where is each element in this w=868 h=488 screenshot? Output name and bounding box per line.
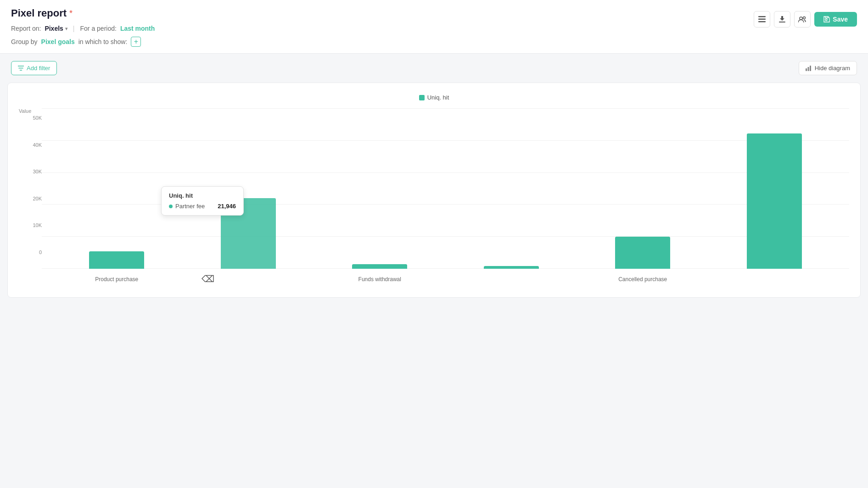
group-row: Group by Pixel goals in which to show: + [11, 37, 155, 47]
legend-label: Uniq. hit [427, 94, 449, 101]
bar-unknown[interactable] [484, 266, 539, 269]
group-by-label: Group by [11, 38, 38, 45]
x-label-cancelled-purchase: Cancelled purchase [577, 276, 709, 283]
x-label-product-purchase: Product purchase [51, 276, 183, 283]
svg-point-5 [803, 17, 806, 19]
tooltip-title: Uniq. hit [169, 192, 236, 199]
bar-cancelled-purchase[interactable] [615, 237, 670, 269]
meta-row: Report on: Pixels ▾ | For a period: Last… [11, 25, 155, 32]
bar-funds-withdrawal[interactable] [352, 264, 407, 269]
group-by-value[interactable]: Pixel goals [41, 38, 75, 45]
svg-point-4 [800, 17, 802, 20]
bar-group-funds-withdrawal [314, 264, 446, 269]
bar-group-cancelled-purchase [577, 237, 709, 269]
svg-rect-1 [758, 19, 766, 20]
title-row: Pixel report * [11, 7, 155, 19]
cursor-icon: ⌫ [202, 273, 214, 284]
y-label-50k: 50K [33, 116, 42, 121]
chart-inner: Product purchase Funds withdrawal Cancel… [42, 108, 849, 283]
y-label-10k: 10K [33, 223, 42, 228]
x-label-last [709, 276, 840, 283]
show-label: in which to show: [78, 38, 128, 45]
bar-group-unknown [446, 266, 577, 269]
y-axis-title: Value [19, 108, 42, 114]
list-view-button[interactable] [754, 11, 770, 28]
chart-container: Uniq. hit Value 50K 40K 30K 20K 10K 0 [7, 83, 861, 298]
list-icon [758, 16, 766, 22]
diagram-icon [806, 66, 812, 71]
dropdown-arrow-icon: ▾ [65, 26, 67, 31]
download-icon [779, 16, 785, 23]
save-icon [823, 16, 830, 22]
tooltip-value: 21,946 [218, 203, 236, 210]
svg-rect-7 [807, 67, 809, 71]
filter-icon [18, 66, 24, 71]
svg-rect-2 [758, 21, 766, 22]
tooltip-key: Partner fee [175, 203, 205, 210]
chart-area: Value 50K 40K 30K 20K 10K 0 [19, 108, 849, 283]
y-label-20k: 20K [33, 196, 42, 201]
share-button[interactable] [794, 11, 811, 28]
y-label-40k: 40K [33, 143, 42, 148]
hide-diagram-button[interactable]: Hide diagram [799, 61, 857, 75]
legend-dot [419, 95, 425, 100]
report-on-value[interactable]: Pixels ▾ [45, 25, 67, 32]
bar-group-product-purchase [51, 251, 183, 269]
download-button[interactable] [774, 11, 790, 28]
x-label-empty [446, 276, 577, 283]
chart-tooltip: Uniq. hit Partner fee 21,946 [161, 186, 244, 216]
bar-last[interactable] [747, 133, 802, 269]
bar-group-last [709, 133, 840, 269]
svg-rect-3 [779, 22, 785, 22]
header-actions: Save [754, 7, 857, 28]
svg-rect-6 [806, 68, 807, 71]
y-label-30k: 30K [33, 169, 42, 174]
period-value[interactable]: Last month [120, 25, 155, 32]
legend-item-uniq-hit: Uniq. hit [419, 94, 449, 101]
x-label-funds-withdrawal: Funds withdrawal [314, 276, 446, 283]
bar-product-purchase[interactable] [89, 251, 144, 269]
save-button[interactable]: Save [814, 12, 857, 27]
toolbar: Add filter Hide diagram [0, 54, 868, 83]
unsaved-indicator: * [69, 9, 73, 18]
tooltip-left: Partner fee [169, 203, 205, 210]
x-labels: Product purchase Funds withdrawal Cancel… [42, 276, 849, 283]
page-header: Pixel report * Report on: Pixels ▾ | For… [0, 0, 868, 54]
chart-legend: Uniq. hit [19, 94, 849, 101]
header-left: Pixel report * Report on: Pixels ▾ | For… [11, 7, 155, 53]
page-title: Pixel report [11, 7, 67, 19]
add-filter-button[interactable]: Add filter [11, 61, 57, 75]
period-label: For a period: [80, 25, 117, 32]
add-show-button[interactable]: + [131, 37, 141, 47]
users-icon [798, 16, 806, 22]
svg-rect-0 [758, 16, 766, 17]
tooltip-dot [169, 205, 173, 208]
y-axis: Value 50K 40K 30K 20K 10K 0 [19, 108, 42, 283]
tooltip-row: Partner fee 21,946 [169, 203, 236, 210]
svg-rect-8 [810, 66, 811, 71]
report-on-label: Report on: [11, 25, 41, 32]
